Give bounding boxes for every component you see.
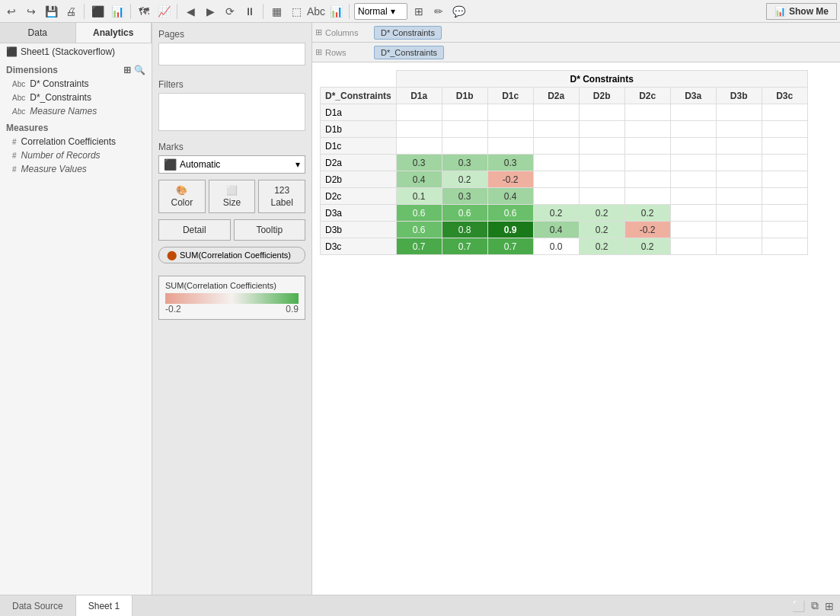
sheet1-tab[interactable]: Sheet 1 <box>76 595 133 616</box>
marks-buttons: 🎨 Color ⬜ Size 123 Label <box>158 180 305 213</box>
marks-btn-row: Detail Tooltip <box>158 219 305 241</box>
abc-icon-2: Abc <box>12 94 25 102</box>
cell-D3a-7 <box>716 205 762 222</box>
sep1 <box>84 4 85 19</box>
sep2 <box>130 4 131 19</box>
comment-icon[interactable]: 💬 <box>450 3 467 20</box>
cell-D3a-1: 0.6 <box>442 205 487 222</box>
undo-icon[interactable]: ↩ <box>3 3 20 20</box>
cell-D2a-0: 0.3 <box>396 155 442 171</box>
redo-icon[interactable]: ↪ <box>23 3 40 20</box>
size-button[interactable]: ⬜ Size <box>209 180 256 213</box>
pages-label: Pages <box>158 29 305 40</box>
grid-icon[interactable]: ⊞ <box>123 65 131 75</box>
cell-D2c-3 <box>533 188 579 205</box>
new-dashboard-icon[interactable]: ⊞ <box>825 600 834 612</box>
col-d2b: D2b <box>579 88 624 104</box>
refresh-icon[interactable]: ⟳ <box>222 3 238 20</box>
abc-icon-1: Abc <box>12 80 25 88</box>
columns-pill[interactable]: D* Constraints <box>374 26 442 40</box>
table-row: D2a0.30.30.3 <box>321 155 808 171</box>
cell-D3c-2: 0.7 <box>487 238 533 255</box>
color-legend-title: SUM(Correlation Coefficients) <box>165 281 299 290</box>
label-icon[interactable]: Abc <box>308 3 324 20</box>
cell-D2b-3 <box>533 171 579 188</box>
cell-D1c-3 <box>533 138 579 155</box>
chart2-icon[interactable]: 📊 <box>327 3 344 20</box>
cell-D3c-1: 0.7 <box>442 238 487 255</box>
show-me-button[interactable]: 📊 Show Me <box>766 3 837 20</box>
data-source-tab[interactable]: Data Source <box>0 595 76 616</box>
cell-D2c-4 <box>579 188 624 205</box>
filters-label: Filters <box>158 79 305 90</box>
cell-D3a-4: 0.2 <box>579 205 624 222</box>
cell-D2b-5 <box>624 171 670 188</box>
mode-dropdown[interactable]: Normal ▾ <box>354 3 407 20</box>
cell-D1a-4 <box>579 104 624 121</box>
cell-D3b-5: -0.2 <box>624 222 670 238</box>
corner-header: D*_Constraints <box>321 88 397 104</box>
col-d1c: D1c <box>487 88 533 104</box>
forward-icon[interactable]: ▶ <box>202 3 219 20</box>
data-tab[interactable]: Data <box>0 23 76 43</box>
back-icon[interactable]: ◀ <box>182 3 199 20</box>
marks-auto-icon: ⬛ <box>164 158 177 171</box>
sum-pill[interactable]: ⬤ SUM(Correlation Coefficients) <box>158 247 305 263</box>
detail-button[interactable]: Detail <box>158 219 231 241</box>
label-icon: 123 <box>274 185 289 196</box>
pages-box <box>158 43 305 65</box>
connect-icon[interactable]: ⬛ <box>89 3 106 20</box>
cell-D2a-4 <box>579 155 624 171</box>
sep3 <box>177 4 177 19</box>
col-d3b: D3b <box>716 88 762 104</box>
cell-D1b-8 <box>762 121 807 138</box>
sep5 <box>349 4 350 19</box>
row-header-D3b: D3b <box>321 222 397 238</box>
hash-icon-3: # <box>12 165 17 174</box>
filters-section: Filters <box>152 73 311 136</box>
save-icon[interactable]: 💾 <box>43 3 59 20</box>
print-icon[interactable]: 🖨 <box>62 3 79 20</box>
left-panel: Data Analytics ⬛ Sheet1 (Stackoverflow) … <box>0 23 152 595</box>
pause-icon[interactable]: ⏸ <box>241 3 258 20</box>
cell-D3b-4: 0.2 <box>579 222 624 238</box>
cell-D2a-2: 0.3 <box>487 155 533 171</box>
tooltip-button[interactable]: Tooltip <box>234 219 306 241</box>
cell-D3a-3: 0.2 <box>533 205 579 222</box>
cell-D1c-2 <box>487 138 533 155</box>
color-button[interactable]: 🎨 Color <box>158 180 206 213</box>
group-header-label: D* Constraints <box>396 71 807 88</box>
pen-icon[interactable]: ✏ <box>430 3 447 20</box>
cell-D1c-5 <box>624 138 670 155</box>
cell-D3b-3: 0.4 <box>533 222 579 238</box>
cell-D3a-8 <box>762 205 807 222</box>
group-icon[interactable]: ⬚ <box>288 3 305 20</box>
filter-icon[interactable]: ▦ <box>268 3 285 20</box>
cell-D1a-2 <box>487 104 533 121</box>
jump-icon[interactable]: ⊞ <box>410 3 427 20</box>
cell-D2c-7 <box>716 188 762 205</box>
duplicate-sheet-icon[interactable]: ⧉ <box>811 599 819 612</box>
row-header-D2b: D2b <box>321 171 397 188</box>
analysis-icon[interactable]: 📈 <box>155 3 172 20</box>
new-sheet-icon[interactable]: ⬜ <box>792 600 805 612</box>
marks-type-dropdown[interactable]: ⬛ Automatic ▾ <box>158 155 305 174</box>
cell-D3b-2: 0.9 <box>487 222 533 238</box>
chart-icon[interactable]: 📊 <box>109 3 126 20</box>
map-icon[interactable]: 🗺 <box>136 3 152 20</box>
analytics-tab[interactable]: Analytics <box>76 23 152 43</box>
cell-D1b-0 <box>396 121 442 138</box>
table-row: D1c <box>321 138 808 155</box>
col-d1a: D1a <box>396 88 442 104</box>
search-icon[interactable]: 🔍 <box>134 65 145 75</box>
cell-D3b-8 <box>762 222 807 238</box>
row-header-D1c: D1c <box>321 138 397 155</box>
rows-pill[interactable]: D*_Constraints <box>374 46 444 59</box>
cell-D1c-0 <box>396 138 442 155</box>
cell-D1b-7 <box>716 121 762 138</box>
viz-table: D* Constraints D*_Constraints D1a D1b D1… <box>320 70 808 255</box>
cell-D1c-8 <box>762 138 807 155</box>
color-bar <box>165 293 299 304</box>
cell-D2a-5 <box>624 155 670 171</box>
label-button[interactable]: 123 Label <box>258 180 305 213</box>
